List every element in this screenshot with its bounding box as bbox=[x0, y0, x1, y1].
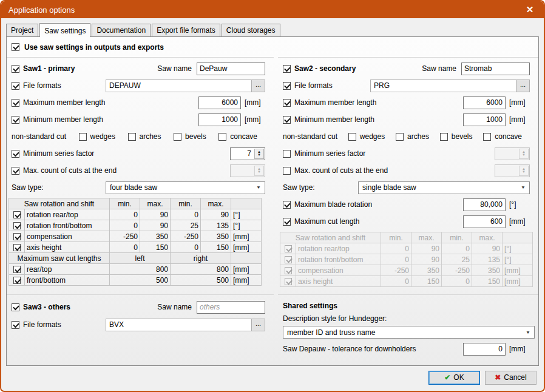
saw1-saw-name-input[interactable] bbox=[197, 63, 265, 75]
saw1-saw-type-label: Saw type: bbox=[12, 183, 44, 192]
saw2-bevels-checkbox[interactable] bbox=[440, 133, 448, 141]
saw2-min-member-length-checkbox[interactable] bbox=[283, 116, 291, 124]
saw1-min-series-factor-spinner[interactable]: ▲▼ bbox=[230, 147, 265, 160]
saw1-min-member-length-input[interactable] bbox=[198, 113, 241, 126]
cell-value[interactable]: -250 bbox=[110, 231, 140, 242]
saw1-min-series-factor-checkbox[interactable] bbox=[12, 150, 19, 158]
rotation-table-title: Saw rotation and shift bbox=[280, 232, 381, 243]
use-saw-settings-checkbox[interactable] bbox=[12, 43, 19, 51]
col-unit bbox=[231, 198, 262, 209]
button-bar: ✔ OK ✖ Cancel bbox=[1, 366, 544, 391]
saw2-max-cuts-at-end-checkbox[interactable] bbox=[283, 167, 291, 175]
saw2-min-series-factor-checkbox[interactable] bbox=[283, 150, 291, 158]
saw3-file-formats-checkbox[interactable] bbox=[12, 321, 19, 329]
cell-value[interactable]: 150 bbox=[140, 242, 171, 253]
saw2-concave-checkbox[interactable] bbox=[483, 133, 491, 141]
cell-value[interactable]: 90 bbox=[140, 220, 171, 231]
saw2-min-member-length-input[interactable] bbox=[463, 113, 506, 126]
cut-front-bottom-checkbox[interactable] bbox=[13, 277, 21, 284]
col-max2: max. bbox=[201, 198, 231, 209]
tab-project[interactable]: Project bbox=[6, 24, 38, 36]
saw2-max-cut-length-checkbox[interactable] bbox=[283, 218, 291, 226]
saw2-max-cut-length-label: Maximum cut length bbox=[294, 217, 359, 226]
saw1-arches-checkbox[interactable] bbox=[128, 133, 136, 141]
saw1-max-member-length-checkbox[interactable] bbox=[12, 99, 19, 107]
saw2-file-formats-checkbox[interactable] bbox=[283, 82, 291, 90]
cut-rear-top-checkbox[interactable] bbox=[13, 266, 21, 273]
spin-down-icon[interactable]: ▼ bbox=[257, 154, 261, 157]
cell-value[interactable]: 500 bbox=[110, 275, 171, 286]
saw3-saw-name-input[interactable] bbox=[197, 301, 265, 314]
saw1-saw-type-dropdown[interactable]: four blade saw ▼ bbox=[106, 181, 265, 194]
tab-documentation[interactable]: Documentation bbox=[92, 24, 151, 36]
saw2-file-format-field[interactable]: PRG ... bbox=[370, 79, 530, 92]
saw3-enable-checkbox[interactable] bbox=[12, 303, 19, 311]
cell-value[interactable]: 0 bbox=[110, 209, 140, 220]
saw2-file-format-browse-button[interactable]: ... bbox=[516, 80, 529, 92]
saw2-arches-checkbox[interactable] bbox=[396, 133, 404, 141]
saw3-file-format-field[interactable]: BVX ... bbox=[106, 319, 265, 331]
tab-saw-settings[interactable]: Saw settings bbox=[39, 23, 90, 37]
saw1-min-series-factor-spin-buttons[interactable]: ▲▼ bbox=[254, 149, 264, 159]
ok-button[interactable]: ✔ OK bbox=[428, 371, 480, 385]
saw2-max-cuts-at-end-spinner: ▲▼ bbox=[495, 164, 530, 177]
saw1-max-member-length-input[interactable] bbox=[198, 96, 241, 109]
saw2-max-blade-rotation-checkbox[interactable] bbox=[283, 201, 291, 209]
saw1-bevels-checkbox[interactable] bbox=[174, 133, 181, 141]
compensation-checkbox[interactable] bbox=[13, 233, 21, 240]
saw2-wedges-checkbox[interactable] bbox=[348, 133, 356, 141]
cell-value[interactable]: 350 bbox=[201, 231, 231, 242]
saw2-saw-name-input[interactable] bbox=[461, 63, 530, 75]
cell-value[interactable]: 800 bbox=[110, 264, 171, 275]
cell-value[interactable]: 0 bbox=[171, 242, 201, 253]
saw2-saw-type-dropdown[interactable]: single blade saw ▼ bbox=[358, 181, 530, 194]
cell-value[interactable]: 0 bbox=[110, 242, 140, 253]
saw3-file-format-browse-button[interactable]: ... bbox=[251, 319, 265, 331]
hundegger-description-dropdown[interactable]: member ID and truss name ▼ bbox=[283, 326, 535, 339]
saw1-arches-label: arches bbox=[140, 132, 161, 141]
cell-value[interactable]: 25 bbox=[171, 220, 201, 231]
tab-export-file-formats[interactable]: Export file formats bbox=[152, 24, 220, 36]
close-icon[interactable]: ✕ bbox=[523, 3, 537, 16]
cell-value[interactable]: 150 bbox=[201, 242, 231, 253]
rotation-front-bottom-checkbox[interactable] bbox=[13, 222, 21, 229]
saw1-file-formats-label: File formats bbox=[23, 81, 61, 90]
saw1-file-format-field[interactable]: DEPAUW ... bbox=[106, 79, 265, 92]
saw1-wedges-checkbox[interactable] bbox=[79, 133, 87, 141]
saw1-enable-checkbox[interactable] bbox=[12, 65, 19, 73]
cell-value[interactable]: 135 bbox=[201, 220, 231, 231]
cell-value: 90 bbox=[411, 243, 442, 254]
axis-height-checkbox[interactable] bbox=[13, 244, 21, 251]
saw1-file-formats-checkbox[interactable] bbox=[12, 82, 19, 90]
saw2-max-cuts-at-end-value bbox=[495, 165, 518, 177]
saw2-file-format-value: PRG bbox=[371, 80, 516, 92]
cell-value[interactable]: -250 bbox=[171, 231, 201, 242]
cell-value[interactable]: 90 bbox=[201, 209, 231, 220]
depauw-tolerance-input[interactable] bbox=[463, 343, 506, 356]
cell-value[interactable]: 0 bbox=[171, 209, 201, 220]
saw2-max-member-length-input[interactable] bbox=[463, 96, 506, 109]
saw2-max-member-length-checkbox[interactable] bbox=[283, 99, 291, 107]
saw2-max-cut-length-input[interactable] bbox=[463, 215, 506, 228]
saw1-concave-checkbox[interactable] bbox=[218, 133, 226, 141]
cell-value[interactable]: 0 bbox=[110, 220, 140, 231]
saw1-file-format-browse-button[interactable]: ... bbox=[251, 80, 265, 92]
saw2-max-cuts-at-end-spin-buttons: ▲▼ bbox=[519, 166, 529, 176]
saw2-enable-checkbox[interactable] bbox=[283, 65, 291, 73]
saw1-max-cuts-at-end-checkbox[interactable] bbox=[12, 167, 19, 175]
saw1-min-member-length-checkbox[interactable] bbox=[12, 116, 19, 124]
tab-cloud-storages[interactable]: Cloud storages bbox=[222, 24, 280, 36]
saw2-max-blade-rotation-input[interactable] bbox=[463, 198, 506, 211]
titlebar[interactable]: Application options ✕ bbox=[1, 1, 544, 18]
cell-value[interactable]: 500 bbox=[171, 275, 231, 286]
table-row: rotation rear/top 0 90 0 90 [°] bbox=[280, 243, 533, 254]
saw1-min-series-factor-value[interactable] bbox=[231, 148, 254, 160]
cell-value[interactable]: 350 bbox=[140, 231, 171, 242]
cancel-button[interactable]: ✖ Cancel bbox=[485, 371, 537, 385]
cell-value[interactable]: 800 bbox=[171, 264, 231, 275]
cancel-button-label: Cancel bbox=[504, 373, 526, 382]
depauw-tolerance-unit: [mm] bbox=[509, 345, 530, 353]
rotation-rear-top-checkbox[interactable] bbox=[13, 211, 21, 218]
saw1-title: Saw1 - primary bbox=[23, 64, 75, 73]
cell-value[interactable]: 90 bbox=[140, 209, 171, 220]
